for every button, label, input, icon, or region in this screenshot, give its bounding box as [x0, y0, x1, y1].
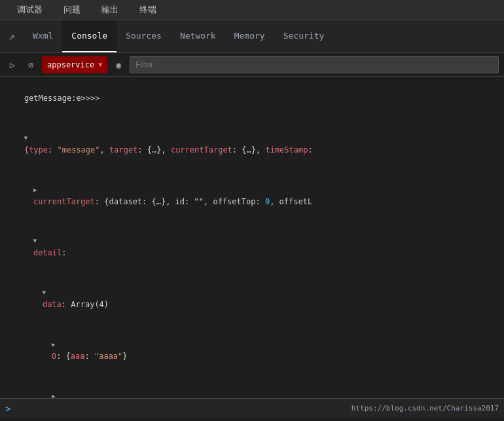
toggle-root[interactable]: ▶	[21, 136, 30, 139]
console-line-currenttarget[interactable]: ▶ currentTarget: {dataset: {…}, id: "", …	[0, 170, 504, 221]
console-line-object-root[interactable]: ▶ {type: "message", target: {…}, current…	[0, 119, 504, 170]
filter-input[interactable]	[130, 56, 499, 73]
console-line-data-0[interactable]: ▶ 0: {aaa: "aaaa"}	[0, 325, 504, 376]
top-menu-bar: 调试器 问题 输出 终端	[0, 0, 504, 20]
tab-network[interactable]: Network	[171, 20, 225, 52]
console-output-area: getMessage:e>>>> ▶ {type: "message", tar…	[0, 77, 504, 398]
console-line-data-array[interactable]: ▶ data: Array(4)	[0, 273, 504, 325]
console-toolbar: ▷ ⊘ appservice ▼ ◉	[0, 53, 504, 77]
context-label: appservice	[47, 60, 94, 69]
toggle-data-1[interactable]: ▶	[52, 392, 55, 399]
context-dropdown-arrow: ▼	[98, 61, 102, 68]
toggle-currenttarget[interactable]: ▶	[33, 185, 37, 194]
tab-sources[interactable]: Sources	[117, 20, 171, 52]
console-line-data-1[interactable]: ▶ 1: {page: "/pages/webView/webView", ur…	[0, 376, 504, 398]
tab-wxml[interactable]: Wxml	[24, 20, 62, 52]
eye-icon[interactable]: ◉	[111, 58, 126, 72]
clear-button[interactable]: ⊘	[24, 58, 38, 72]
status-bar: > https://blog.csdn.net/Charissa2017	[0, 398, 504, 418]
status-url: https://blog.csdn.net/Charissa2017	[351, 404, 499, 412]
tab-security[interactable]: Security	[274, 20, 334, 52]
tab-console[interactable]: Console	[62, 20, 117, 52]
console-line-detail[interactable]: ▶ detail:	[0, 221, 504, 273]
menu-issues[interactable]: 问题	[53, 0, 91, 20]
console-prompt[interactable]: >	[5, 403, 10, 414]
toggle-data-0[interactable]: ▶	[52, 340, 55, 349]
run-button[interactable]: ▷	[5, 58, 20, 72]
menu-output[interactable]: 输出	[91, 0, 129, 20]
menu-terminal[interactable]: 终端	[129, 0, 167, 20]
inspect-icon[interactable]: ⇗	[3, 27, 21, 46]
toggle-data[interactable]: ▶	[39, 291, 48, 294]
tab-memory[interactable]: Memory	[225, 20, 274, 52]
menu-debugger[interactable]: 调试器	[7, 0, 53, 20]
tab-bar: ⇗ Wxml Console Sources Network Memory Se…	[0, 20, 504, 53]
context-selector[interactable]: appservice ▼	[42, 56, 107, 73]
console-line-getmessage: getMessage:e>>>>	[0, 79, 504, 119]
toggle-detail[interactable]: ▶	[30, 240, 39, 243]
